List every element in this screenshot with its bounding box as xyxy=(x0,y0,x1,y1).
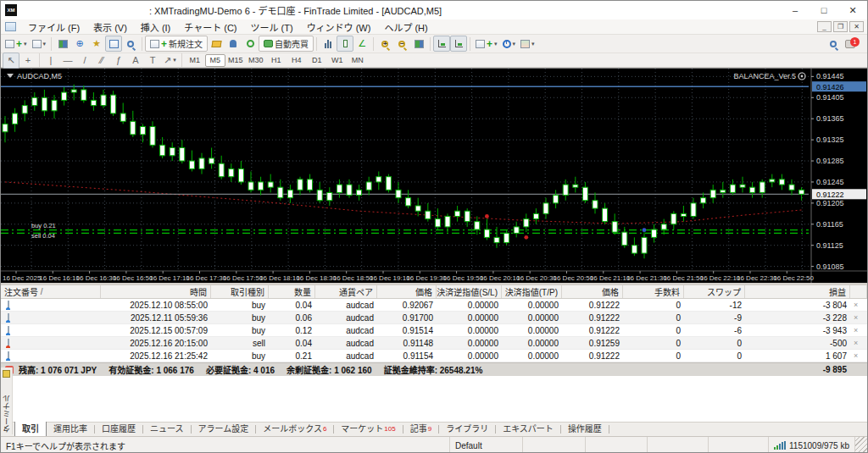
templates-button[interactable]: ▾ xyxy=(518,36,537,52)
menu-file[interactable]: ファイル (F) xyxy=(21,19,86,35)
child-restore-button[interactable]: ❐ xyxy=(833,21,848,32)
new-chart-button[interactable]: +▾ xyxy=(3,36,30,52)
maximize-button[interactable]: □ xyxy=(810,1,838,19)
column-price[interactable]: 価格 xyxy=(562,285,623,298)
horizontal-line-button[interactable]: — xyxy=(59,52,76,69)
close-position-icon[interactable]: × xyxy=(850,313,867,322)
tab-experts[interactable]: エキスパート xyxy=(496,421,560,436)
community-button[interactable] xyxy=(225,36,242,52)
chart-area[interactable]: buy 0.21sell 0.040.914450.914050.913650.… xyxy=(1,68,867,283)
close-position-icon[interactable]: × xyxy=(850,326,867,334)
free-margin-value: 余剰証拠金: 1 062 160 xyxy=(287,363,372,376)
terminal-panel-button[interactable] xyxy=(105,36,122,52)
terminal-side-tab[interactable]: ターミナル xyxy=(1,367,13,434)
tab-library[interactable]: ライブラリ xyxy=(439,421,495,436)
close-position-icon[interactable]: × xyxy=(850,351,867,360)
tab-account-history[interactable]: 口座履歴 xyxy=(95,421,142,436)
menu-help[interactable]: ヘルプ (H) xyxy=(377,19,434,35)
signals-button[interactable] xyxy=(242,36,259,52)
column-symbol[interactable]: 通貨ペア xyxy=(315,285,377,298)
menu-window[interactable]: ウィンドウ (W) xyxy=(300,19,378,35)
table-row[interactable]: 2025.12.15 00:57:09 buy 0.12 audcad 0.91… xyxy=(1,324,867,337)
table-row[interactable]: 2025.12.11 05:59:36 buy 0.06 audcad 0.91… xyxy=(1,312,867,324)
line-chart-button[interactable]: ∠ xyxy=(353,36,370,52)
column-open-price[interactable]: 価格 xyxy=(377,285,437,298)
text-button[interactable]: A xyxy=(127,52,144,69)
tab-journal[interactable]: 操作履歴 xyxy=(561,421,609,436)
status-profile[interactable]: Default xyxy=(450,437,523,453)
timeframe-d1[interactable]: D1 xyxy=(307,54,327,67)
auto-scroll-button[interactable] xyxy=(450,36,467,52)
fibonacci-button[interactable]: ƒ xyxy=(110,52,127,69)
timeframe-m15[interactable]: M15 xyxy=(225,54,246,67)
search-button[interactable] xyxy=(825,36,842,52)
column-sl[interactable]: 決済逆指値(S/L) xyxy=(437,285,502,298)
periods-button[interactable]: ▾ xyxy=(500,36,519,52)
notifications-button[interactable]: 1 xyxy=(842,36,859,52)
clock-icon xyxy=(503,40,511,48)
table-row[interactable]: 2025.12.16 21:25:42 buy 0.21 audcad 0.91… xyxy=(1,350,867,362)
column-volume[interactable]: 数量 xyxy=(269,285,315,298)
timeframe-m5[interactable]: M5 xyxy=(205,54,225,67)
vertical-line-button[interactable]: | xyxy=(42,52,59,69)
candlestick-chart-button[interactable] xyxy=(337,36,353,52)
data-window-button[interactable]: ⊕ xyxy=(71,36,88,52)
chart-shift-button[interactable] xyxy=(433,36,450,52)
auto-trading-button[interactable]: 自動売買 xyxy=(259,36,314,52)
cursor-button[interactable]: ↖ xyxy=(3,52,19,69)
candlestick-chart[interactable]: buy 0.21sell 0.040.914450.914050.913650.… xyxy=(1,69,867,284)
menu-tools[interactable]: ツール (T) xyxy=(244,19,300,35)
shapes-button[interactable]: ↗▾ xyxy=(161,52,179,69)
tab-mailbox[interactable]: メールボックス6 xyxy=(256,421,333,436)
child-close-button[interactable]: ✕ xyxy=(849,21,864,32)
menu-chart[interactable]: チャート (C) xyxy=(177,19,243,35)
zoom-in-button[interactable]: + xyxy=(376,36,393,52)
resize-grip[interactable] xyxy=(855,437,867,453)
tab-articles[interactable]: 記事9 xyxy=(403,421,438,436)
timeframe-h4[interactable]: H4 xyxy=(287,54,307,67)
tab-alerts[interactable]: アラーム設定 xyxy=(192,421,256,436)
timeframe-w1[interactable]: W1 xyxy=(327,54,348,67)
bar-chart-button[interactable] xyxy=(320,36,337,52)
profiles-button[interactable]: ▾ xyxy=(30,36,49,52)
tile-windows-button[interactable] xyxy=(410,36,427,52)
close-position-icon[interactable]: × xyxy=(850,301,867,309)
drawing-toolbar: ↖ + | — / ⁄⁄ ƒ A T ↗▾ M1 M5 M15 M30 H1 H… xyxy=(1,53,867,68)
crosshair-button[interactable]: + xyxy=(19,52,36,69)
zoom-out-button[interactable]: − xyxy=(393,36,410,52)
timeframe-m1[interactable]: M1 xyxy=(185,54,205,67)
column-tp[interactable]: 決済指値(T/P) xyxy=(502,285,562,298)
timeframe-h1[interactable]: H1 xyxy=(266,54,287,67)
close-button[interactable]: ✕ xyxy=(838,1,867,19)
svg-text:0.91245: 0.91245 xyxy=(816,178,844,186)
timeframe-mn[interactable]: MN xyxy=(348,54,368,67)
indicators-button[interactable]: +▾ xyxy=(473,36,500,52)
close-position-icon[interactable]: × xyxy=(850,339,867,347)
new-order-button[interactable]: +新規注文 xyxy=(145,36,208,52)
column-swap[interactable]: スワップ xyxy=(684,285,745,298)
column-profit[interactable]: 損益 xyxy=(745,285,850,298)
tab-news[interactable]: ニュース xyxy=(143,421,191,436)
menu-view[interactable]: 表示 (V) xyxy=(86,19,134,35)
market-watch-button[interactable] xyxy=(54,36,71,52)
child-minimize-button[interactable]: _ xyxy=(817,21,832,32)
table-row[interactable]: 2025.12.16 20:15:00 sell 0.04 audcad 0.9… xyxy=(1,337,867,350)
navigator-button[interactable]: ★ xyxy=(88,36,105,52)
tab-exposure[interactable]: 運用比率 xyxy=(47,421,94,436)
tab-trade[interactable]: 取引 xyxy=(14,420,47,436)
channel-button[interactable]: ⁄⁄ xyxy=(93,52,110,69)
column-commission[interactable]: 手数料 xyxy=(623,285,684,298)
column-order[interactable]: 注文番号 / xyxy=(1,285,101,298)
notification-badge: 1 xyxy=(850,37,860,47)
menu-insert[interactable]: 挿入 (I) xyxy=(134,19,177,35)
minimize-button[interactable]: – xyxy=(781,1,810,19)
tab-market[interactable]: マーケット105 xyxy=(334,421,402,436)
label-button[interactable]: T xyxy=(144,52,161,69)
strategy-tester-button[interactable] xyxy=(122,36,139,52)
column-time[interactable]: 時間 xyxy=(101,285,211,298)
table-row[interactable]: 2025.12.10 08:55:00 buy 0.04 audcad 0.92… xyxy=(1,299,867,312)
depth-of-market-button[interactable] xyxy=(208,36,225,52)
timeframe-m30[interactable]: M30 xyxy=(246,54,266,67)
trendline-button[interactable]: / xyxy=(76,52,93,69)
column-type[interactable]: 取引種別 xyxy=(211,285,269,298)
